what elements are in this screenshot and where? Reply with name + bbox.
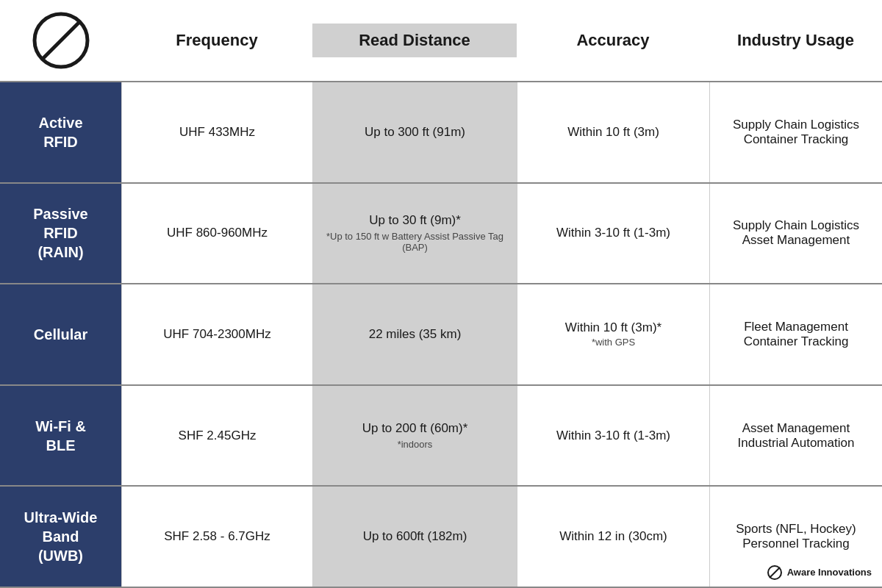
svg-line-4 (770, 567, 780, 578)
row-label-uwb: Ultra-WideBand(UWB) (0, 487, 121, 587)
passive-rfid-read-distance: Up to 30 ft (9m)* *Up to 150 ft w Batter… (312, 184, 517, 284)
table-row: Wi-Fi &BLE SHF 2.45GHz Up to 200 ft (60m… (0, 384, 882, 486)
cellular-industry: Fleet Management Container Tracking (709, 284, 882, 384)
read-distance-header: Read Distance (312, 24, 517, 57)
cellular-read-distance: 22 miles (35 km) (312, 284, 517, 384)
industry-usage-header: Industry Usage (709, 24, 882, 57)
active-rfid-industry: Supply Chain Logistics Container Trackin… (709, 82, 882, 182)
active-rfid-accuracy: Within 10 ft (3m) (517, 82, 709, 182)
svg-line-2 (48, 27, 74, 54)
table-row: PassiveRFID(RAIN) UHF 860-960MHz Up to 3… (0, 182, 882, 284)
table-row: ActiveRFID UHF 433MHz Up to 300 ft (91m)… (0, 81, 882, 182)
cellular-frequency: UHF 704-2300MHz (121, 284, 312, 384)
row-label-passive-rfid: PassiveRFID(RAIN) (0, 184, 121, 284)
table-header: Frequency Read Distance Accuracy Industr… (0, 0, 882, 81)
row-label-wifi-ble: Wi-Fi &BLE (0, 386, 121, 486)
wifi-ble-industry: Asset Management Industrial Automation (709, 386, 882, 486)
passive-rfid-accuracy: Within 3-10 ft (1-3m) (517, 184, 709, 284)
active-rfid-frequency: UHF 433MHz (121, 82, 312, 182)
table-body: ActiveRFID UHF 433MHz Up to 300 ft (91m)… (0, 81, 882, 588)
passive-rfid-industry: Supply Chain Logistics Asset Management (709, 184, 882, 284)
brand-logo-icon (767, 564, 783, 581)
table-row: Ultra-WideBand(UWB) SHF 2.58 - 6.7GHz Up… (0, 485, 882, 588)
brand-footer: Aware Innovations (759, 562, 879, 584)
logo-cell (0, 4, 121, 77)
uwb-accuracy: Within 12 in (30cm) (517, 487, 709, 587)
active-rfid-read-distance: Up to 300 ft (91m) (312, 82, 517, 182)
brand-name: Aware Innovations (787, 567, 872, 578)
company-logo (32, 11, 90, 70)
row-label-active-rfid: ActiveRFID (0, 82, 121, 182)
cellular-accuracy: Within 10 ft (3m)* *with GPS (517, 284, 709, 384)
passive-rfid-frequency: UHF 860-960MHz (121, 184, 312, 284)
frequency-header: Frequency (121, 24, 312, 57)
row-label-cellular: Cellular (0, 284, 121, 384)
comparison-table: Frequency Read Distance Accuracy Industr… (0, 0, 882, 588)
uwb-frequency: SHF 2.58 - 6.7GHz (121, 487, 312, 587)
uwb-industry: Sports (NFL, Hockey) Personnel Tracking … (709, 487, 882, 587)
wifi-ble-read-distance: Up to 200 ft (60m)* *indoors (312, 386, 517, 486)
uwb-read-distance: Up to 600ft (182m) (312, 487, 517, 587)
accuracy-header: Accuracy (517, 24, 709, 57)
wifi-ble-frequency: SHF 2.45GHz (121, 386, 312, 486)
wifi-ble-accuracy: Within 3-10 ft (1-3m) (517, 386, 709, 486)
table-row: Cellular UHF 704-2300MHz 22 miles (35 km… (0, 283, 882, 384)
